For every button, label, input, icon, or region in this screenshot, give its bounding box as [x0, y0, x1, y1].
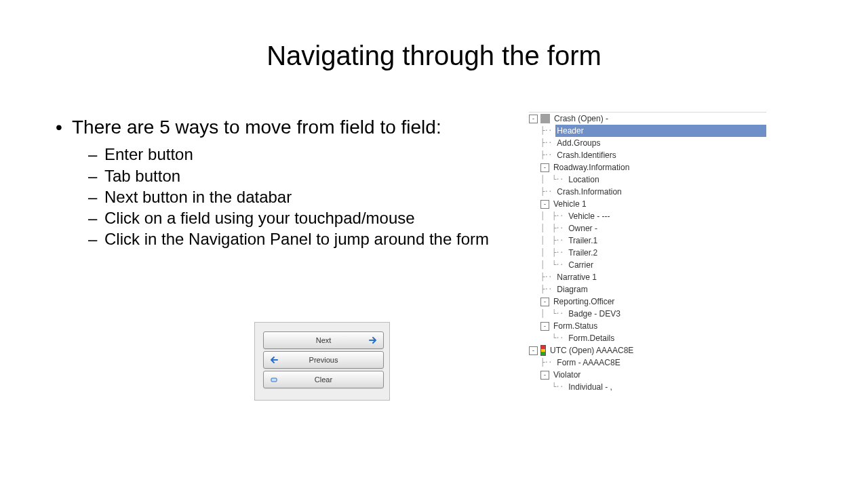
tree-label: Badge - DEV3 — [567, 308, 622, 320]
tree-item[interactable]: │ └·· Badge - DEV3 — [529, 308, 766, 320]
collapse-icon[interactable]: - — [529, 115, 538, 123]
dash-icon: – — [88, 186, 104, 207]
collapse-icon[interactable]: - — [540, 371, 549, 380]
tree-item[interactable]: -Reporting.Officer — [529, 296, 766, 308]
tree-item-header[interactable]: ├·· Header — [529, 125, 766, 137]
sub-bullet: –Enter button — [88, 144, 510, 165]
next-button-label: Next — [264, 336, 383, 344]
dash-icon: – — [88, 165, 104, 186]
collapse-icon[interactable]: - — [540, 322, 549, 331]
main-bullet-text: There are 5 ways to move from field to f… — [72, 115, 441, 140]
tree-item[interactable]: │ ├·· Owner - — [529, 222, 766, 235]
tree-item[interactable]: ├·· Narrative 1 — [529, 271, 766, 283]
sub-bullet-text: Enter button — [104, 145, 193, 163]
tree-label: Crash.Identifiers — [555, 149, 617, 161]
previous-button-label: Previous — [264, 356, 383, 364]
tree-label: Vehicle 1 — [552, 198, 588, 210]
tree-item[interactable]: ├·· Crash.Information — [529, 186, 766, 198]
databar: Next Previous Clear — [254, 322, 390, 401]
tree-root[interactable]: -Crash (Open) - — [529, 113, 766, 125]
previous-button[interactable]: Previous — [263, 351, 384, 369]
tree-item[interactable]: │ └·· Carrier — [529, 259, 766, 271]
tree-label: Trailer.1 — [567, 235, 599, 247]
tree-item[interactable]: -Vehicle 1 — [529, 198, 766, 210]
tree-item[interactable]: │ ├·· Vehicle - --- — [529, 210, 766, 222]
collapse-icon[interactable]: - — [529, 346, 538, 355]
collapse-icon[interactable]: - — [540, 163, 549, 172]
tree-item[interactable]: -Form.Status — [529, 320, 766, 332]
tree-item[interactable]: ├·· Form - AAAAC8E — [529, 357, 766, 369]
tree-label: Carrier — [567, 259, 595, 271]
tree-label: Form.Details — [567, 332, 616, 344]
collapse-icon[interactable]: - — [540, 298, 549, 306]
traffic-light-icon — [540, 345, 546, 356]
collapse-icon[interactable]: - — [540, 200, 549, 209]
crash-icon — [540, 114, 550, 123]
sub-bullet-text: Tab button — [104, 167, 180, 185]
sub-bullet: –Tab button — [88, 165, 510, 186]
sub-bullet: –Click in the Navigation Panel to jump a… — [88, 228, 510, 249]
next-button[interactable]: Next — [263, 331, 384, 349]
slide: Navigating through the form • There are … — [0, 0, 868, 488]
tree-item[interactable]: └·· Individual - , — [529, 381, 766, 393]
sub-bullet-text: Next button in the databar — [104, 188, 292, 206]
tree-label: Individual - , — [567, 381, 614, 393]
tree-item[interactable]: └·· Form.Details — [529, 332, 766, 344]
tree-item[interactable]: │ └·· Location — [529, 174, 766, 186]
clear-button-label: Clear — [264, 375, 383, 384]
eraser-icon — [268, 373, 280, 386]
tree-label: Crash.Information — [555, 186, 623, 198]
slide-title: Navigating through the form — [0, 41, 868, 71]
tree-label: Reporting.Officer — [552, 296, 616, 308]
navigation-tree: -Crash (Open) - ├·· Header ├·· Add.Group… — [529, 112, 766, 393]
main-bullet: • There are 5 ways to move from field to… — [56, 115, 510, 140]
tree-label: Location — [567, 174, 600, 186]
tree-label: Crash (Open) - — [553, 113, 610, 125]
dash-icon: – — [88, 144, 104, 165]
sub-bullet: –Next button in the databar — [88, 186, 510, 207]
tree-item[interactable]: -Roadway.Information — [529, 161, 766, 174]
tree-label: Form - AAAAC8E — [555, 357, 621, 369]
tree-label: Form.Status — [552, 320, 599, 332]
tree-item[interactable]: ├·· Diagram — [529, 283, 766, 296]
clear-button[interactable]: Clear — [263, 371, 384, 388]
sub-bullet-text: Click on a field using your touchpad/mou… — [104, 209, 415, 227]
tree-label: Narrative 1 — [555, 271, 598, 283]
tree-label: Add.Groups — [555, 137, 601, 149]
tree-label: Header — [555, 125, 766, 137]
tree-label: Violator — [552, 369, 582, 381]
sub-bullet: –Click on a field using your touchpad/mo… — [88, 207, 510, 228]
tree-label: Roadway.Information — [552, 161, 631, 174]
arrow-right-icon — [367, 334, 379, 346]
bullet-dot-icon: • — [56, 115, 72, 140]
dash-icon: – — [88, 228, 104, 249]
tree-label: Trailer.2 — [567, 247, 599, 259]
tree-item[interactable]: │ ├·· Trailer.1 — [529, 235, 766, 247]
dash-icon: – — [88, 207, 104, 228]
tree-label: Diagram — [555, 283, 589, 296]
tree-label: UTC (Open) AAAAC8E — [549, 344, 635, 357]
tree-item[interactable]: -Violator — [529, 369, 766, 381]
tree-item[interactable]: │ ├·· Trailer.2 — [529, 247, 766, 259]
tree-label: Vehicle - --- — [567, 210, 611, 222]
arrow-left-icon — [268, 354, 280, 366]
sub-bullet-text: Click in the Navigation Panel to jump ar… — [104, 230, 489, 248]
tree-root[interactable]: -UTC (Open) AAAAC8E — [529, 344, 766, 357]
svg-rect-0 — [271, 378, 277, 382]
tree-label: Owner - — [567, 222, 599, 235]
slide-body: • There are 5 ways to move from field to… — [56, 115, 510, 249]
tree-item[interactable]: ├·· Crash.Identifiers — [529, 149, 766, 161]
tree-item[interactable]: ├·· Add.Groups — [529, 137, 766, 149]
